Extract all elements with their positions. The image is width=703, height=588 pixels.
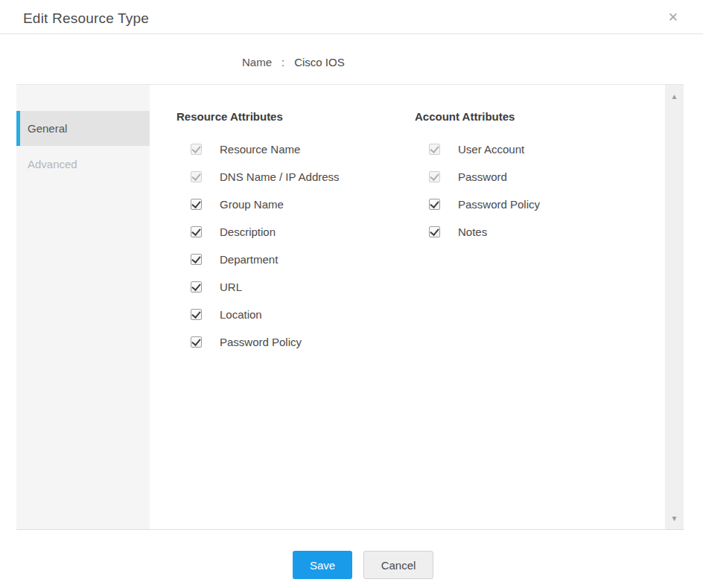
checkbox-label: Department [220, 253, 278, 266]
checkbox-label: Notes [458, 226, 487, 238]
name-row: Name : Cisco IOS [242, 56, 345, 68]
close-icon[interactable]: ✕ [668, 10, 678, 25]
edit-resource-type-dialog: Edit Resource Type ✕ Name : Cisco IOS Ge… [0, 0, 703, 588]
attribute-row-url: URL [176, 273, 400, 301]
attribute-row-location: Location [176, 301, 400, 328]
dialog-header: Edit Resource Type ✕ [0, 0, 703, 34]
attribute-row-user-account: User Account [415, 135, 608, 163]
name-label: Name [242, 56, 272, 68]
attribute-row-password-policy: Password Policy [176, 328, 400, 356]
name-value: Cisco IOS [294, 56, 345, 68]
tab-advanced-label: Advanced [28, 158, 77, 170]
checkbox-label: Resource Name [220, 143, 300, 156]
checkbox-description[interactable] [191, 226, 202, 237]
account-attributes-heading: Account Attributes [415, 110, 608, 123]
attribute-row-description: Description [176, 218, 400, 246]
tab-list: General Advanced [16, 111, 150, 182]
scroll-up-icon[interactable]: ▲ [665, 85, 684, 101]
checkbox-group-name[interactable] [191, 199, 202, 210]
resource-attributes-heading: Resource Attributes [176, 110, 400, 123]
resource-attributes-list: Resource Name DNS Name / IP Address Grou… [176, 135, 400, 356]
tab-general-label: General [28, 122, 67, 135]
checkbox-location[interactable] [191, 309, 202, 320]
checkbox-password [429, 171, 440, 182]
attribute-row-password: Password [415, 163, 608, 191]
tab-general[interactable]: General [16, 111, 150, 146]
checkbox-label: Description [220, 226, 276, 238]
checkbox-password-policy[interactable] [191, 336, 202, 348]
vertical-scrollbar[interactable]: ▲ ▼ [665, 85, 684, 529]
dialog-body-panel: General Advanced Resource Attributes Res… [16, 84, 684, 530]
tab-content-general: Resource Attributes Resource Name DNS Na… [150, 85, 665, 529]
checkbox-department[interactable] [191, 254, 202, 265]
checkbox-notes[interactable] [429, 226, 440, 237]
checkbox-label: User Account [458, 143, 524, 156]
checkbox-url[interactable] [191, 281, 202, 293]
dialog-title: Edit Resource Type [23, 10, 149, 27]
attribute-row-department: Department [176, 246, 400, 273]
attribute-row-dns-name: DNS Name / IP Address [176, 163, 400, 191]
attribute-row-resource-name: Resource Name [176, 135, 400, 163]
name-separator: : [281, 56, 284, 68]
checkbox-user-account [429, 144, 440, 155]
sidebar: General Advanced [16, 85, 150, 529]
account-attributes-section: Account Attributes User Account Password… [415, 110, 608, 246]
checkbox-label: Group Name [220, 198, 284, 211]
save-button[interactable]: Save [293, 551, 352, 579]
scroll-down-icon[interactable]: ▼ [665, 513, 684, 529]
attribute-row-notes: Notes [415, 218, 608, 246]
attribute-row-group-name: Group Name [176, 191, 400, 218]
checkbox-label: Password Policy [458, 198, 540, 211]
checkbox-label: DNS Name / IP Address [220, 170, 340, 183]
checkbox-label: Password Policy [220, 336, 302, 348]
attribute-row-account-password-policy: Password Policy [415, 191, 608, 218]
checkbox-label: Password [458, 170, 507, 183]
checkbox-account-password-policy[interactable] [429, 199, 440, 210]
tab-advanced[interactable]: Advanced [16, 147, 150, 182]
resource-attributes-section: Resource Attributes Resource Name DNS Na… [176, 110, 400, 356]
cancel-button[interactable]: Cancel [363, 551, 433, 579]
account-attributes-list: User Account Password Password Policy No… [415, 135, 608, 246]
checkbox-label: Location [220, 308, 262, 321]
checkbox-resource-name [191, 144, 202, 155]
checkbox-dns-name [191, 171, 202, 182]
checkbox-label: URL [220, 281, 242, 293]
